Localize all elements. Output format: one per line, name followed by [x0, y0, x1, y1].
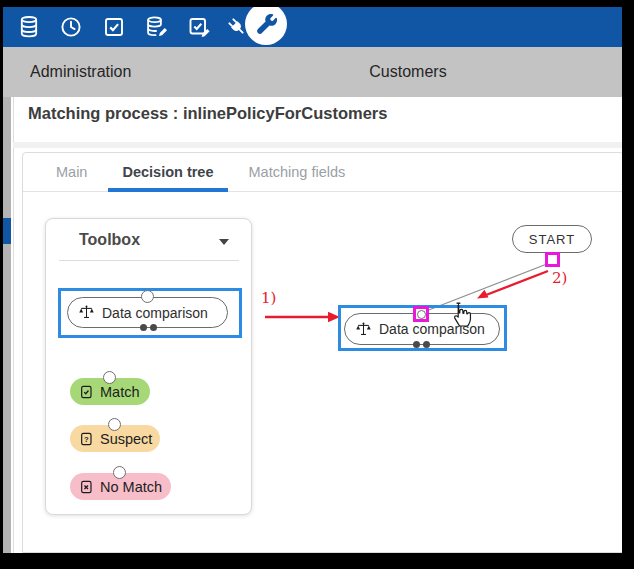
- app-window: Administration Customers Matching proces…: [3, 7, 622, 553]
- collapse-caret-icon[interactable]: [219, 239, 229, 245]
- output-dot[interactable]: [140, 324, 147, 331]
- scale-icon: [355, 321, 372, 338]
- scale-icon: [78, 304, 95, 321]
- input-port: [417, 310, 426, 319]
- connection-endpoint-start[interactable]: [545, 252, 560, 267]
- breadcrumb-bar: Administration Customers: [3, 47, 622, 97]
- annotation-1: 1): [261, 289, 276, 307]
- wrench-icon: [254, 12, 279, 37]
- menu-customers[interactable]: Customers: [353, 47, 463, 97]
- database-icon[interactable]: [17, 15, 41, 39]
- input-port[interactable]: [141, 290, 154, 303]
- top-navigation-bar: [3, 7, 622, 47]
- menu-administration[interactable]: Administration: [30, 47, 131, 97]
- input-port[interactable]: [103, 371, 116, 384]
- checklist-icon[interactable]: [102, 15, 126, 39]
- clock-icon[interactable]: [59, 15, 83, 39]
- suspect-icon: ?: [78, 431, 94, 447]
- match-icon: [78, 384, 94, 400]
- start-node[interactable]: START: [512, 225, 592, 253]
- no-match-icon: [78, 479, 94, 495]
- tab-row: Main Decision tree Matching fields: [23, 153, 622, 192]
- tab-matching-fields[interactable]: Matching fields: [235, 153, 360, 191]
- page-title: Matching process : inlinePolicyForCustom…: [28, 104, 387, 123]
- output-dot[interactable]: [413, 341, 420, 348]
- hand-cursor-icon: [447, 301, 473, 335]
- input-port[interactable]: [108, 418, 121, 431]
- tab-main[interactable]: Main: [42, 153, 101, 191]
- toolbox-divider: [59, 260, 239, 261]
- active-tab-underline: [108, 188, 227, 192]
- connection-endpoint-node[interactable]: [413, 306, 429, 322]
- tab-decision-tree[interactable]: Decision tree: [108, 153, 227, 191]
- svg-text:?: ?: [84, 434, 89, 443]
- left-scroll-strip[interactable]: [3, 97, 11, 553]
- checklist-edit-icon[interactable]: [187, 15, 211, 39]
- output-dot[interactable]: [423, 341, 430, 348]
- input-port[interactable]: [113, 466, 126, 479]
- scroll-indicator: [3, 218, 11, 244]
- output-dot[interactable]: [150, 324, 157, 331]
- toolbox-panel: Toolbox: [45, 218, 252, 515]
- database-edit-icon[interactable]: [144, 15, 168, 39]
- toolbox-title: Toolbox: [79, 231, 140, 249]
- wrench-active-button[interactable]: [245, 7, 287, 45]
- title-divider: [13, 142, 622, 148]
- annotation-2: 2): [552, 269, 567, 287]
